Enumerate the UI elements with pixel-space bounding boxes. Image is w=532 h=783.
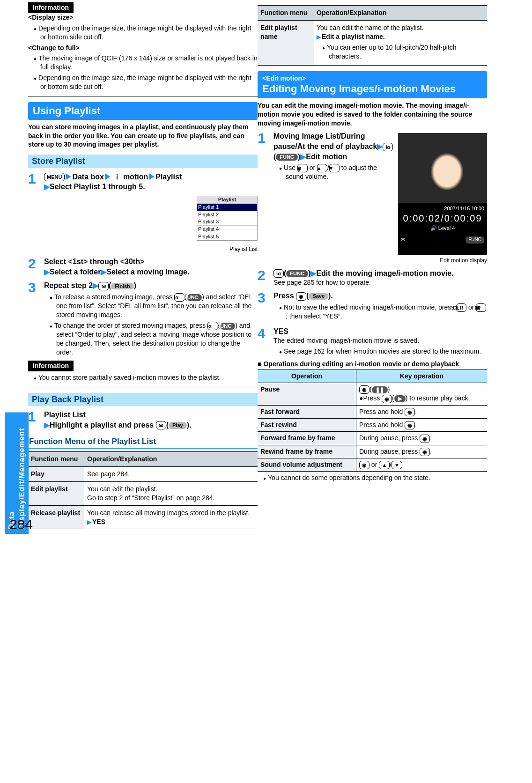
up-key-icon: ▲ <box>379 461 390 469</box>
op-label: Fast forward <box>258 405 356 418</box>
ir-key-icon: iα <box>174 293 185 302</box>
clr-key-icon: CLR <box>456 303 466 312</box>
step-number: 1 <box>28 410 44 430</box>
table-row: Pause ◉(❚❚)●Press ◉(▶) to resume play ba… <box>258 383 487 406</box>
save-button-icon: Save <box>309 293 328 300</box>
information-tag: Information <box>28 361 74 371</box>
step-number: 1 <box>28 172 44 192</box>
menu-key-icon: MENU <box>44 173 65 181</box>
function-menu-table-cont: Function menuOperation/Explanation Edit … <box>258 5 487 66</box>
step-number: 4 <box>258 326 273 358</box>
photo-timer: 0:00:02/0:00:09 <box>401 212 484 225</box>
step-number: 3 <box>258 291 273 323</box>
ir-key-icon: iα <box>273 269 284 278</box>
screenshot-title: Playlist <box>197 196 257 203</box>
table-header: Operation <box>258 370 356 383</box>
center-key-icon: ◉ <box>296 292 306 301</box>
table-row: Release playlist You can release all mov… <box>28 505 258 529</box>
step-text: Press <box>273 292 296 300</box>
edit-title: Editing Moving Images/i-motion Movies <box>262 83 482 95</box>
step-text: Select <1st> through <30th> <box>44 257 258 267</box>
change-to-full-heading: <Change to full> <box>28 44 258 52</box>
store-playlist-heading: Store Playlist <box>28 155 258 168</box>
info-bullet: Depending on the image size, the image m… <box>31 24 258 42</box>
op-label: Rewind frame by frame <box>258 445 356 458</box>
using-playlist-heading: Using Playlist <box>28 102 258 120</box>
mail-key-icon: ✉ <box>98 282 109 290</box>
step-text: Edit the moving image/i-motion movie. <box>316 269 453 277</box>
operations-heading: Operations during editing an i-motion mo… <box>258 360 487 369</box>
step-2: 2 Select <1st> through <30th> ▶Select a … <box>28 257 258 277</box>
left-key-icon: ◉ <box>405 421 415 429</box>
information-tag: Information <box>28 2 74 13</box>
step-text: Edit motion <box>306 153 347 161</box>
left-column: Information <Display size> Depending on … <box>28 2 258 529</box>
list-item: Playlist 2 <box>197 211 257 218</box>
func-button-icon: FUNC <box>187 294 202 301</box>
right-key-icon: ◉ <box>405 408 415 416</box>
step-note: See page 162 for when i-motion movies ar… <box>276 347 487 356</box>
fm-label: Edit playlist name <box>258 20 314 66</box>
op-value: During pause, press ◉. <box>356 445 487 458</box>
fm-note: You can enter up to 10 full-pitch/20 hal… <box>319 43 484 61</box>
info-bullet: Depending on the image size, the image m… <box>31 74 258 91</box>
function-menu-heading: Function Menu of the Playlist List <box>28 436 258 449</box>
table-row: Play See page 284. <box>28 467 258 482</box>
step-number: 3 <box>28 281 44 359</box>
step-text: Highlight a playlist and press <box>50 421 156 429</box>
photo-level: 🔊 Level 4 <box>401 225 484 232</box>
fm-label: Play <box>28 467 84 482</box>
step-text: Select Playlist 1 through 5. <box>50 183 145 191</box>
step-1: 1 MENU▶Data box▶ ｉ motion▶Playlist ▶Sele… <box>28 172 258 192</box>
play-back-playlist-heading: Play Back Playlist <box>28 393 258 406</box>
table-header: Function menu <box>28 452 84 467</box>
down-key-icon: ▼ <box>392 461 402 469</box>
step-text: Select a moving image. <box>106 268 189 276</box>
page-number: 284 <box>9 515 33 534</box>
table-row: Fast forward Press and hold ◉. <box>258 405 487 418</box>
mail-key-icon: ✉ <box>156 421 166 429</box>
edit-intro: You can edit the moving image/i-motion m… <box>258 101 487 128</box>
op-value: During pause, press ◉. <box>356 432 487 445</box>
op-value: ◉(❚❚)●Press ◉(▶) to resume play back. <box>356 383 487 406</box>
fm-value: You can edit the name of the playlist. E… <box>314 20 487 66</box>
step-3: 3 Repeat step 2▶✉(Finish) To release a s… <box>28 281 258 359</box>
play-icon: ▶ <box>394 395 406 402</box>
end-key-icon: ☎ <box>476 303 486 312</box>
finish-button-icon: Finish <box>111 283 133 290</box>
func-button-icon: FUNC <box>466 236 484 244</box>
center-key-icon: ◉ <box>382 395 392 403</box>
fm-label: Edit playlist <box>28 481 84 505</box>
table-header: Key operation <box>356 370 487 383</box>
play-button-icon: Play <box>169 422 187 429</box>
table-row: Edit playlist You can edit the playlist.… <box>28 481 258 505</box>
step-text: motion <box>123 173 148 181</box>
step-3: 3 Press ◉(Save). Not to save the edited … <box>258 291 487 323</box>
step-1: 1 2007/11/15 10:00 0:00:02/0:00:09 🔊 Lev… <box>258 131 487 264</box>
photo-date: 2007/11/15 10:00 <box>401 205 484 212</box>
info-bullet: The moving image of QCIF (176 x 144) siz… <box>31 54 258 72</box>
op-label: Sound volume adjustment <box>258 458 356 471</box>
table-header: Operation/Explanation <box>314 6 487 21</box>
mail-icon: ✉ <box>401 236 405 244</box>
func-button-icon: FUNC <box>276 154 298 161</box>
step-text: Moving Image List/During pause/At the en… <box>273 132 377 150</box>
step-number: 1 <box>258 131 273 264</box>
op-label: Fast rewind <box>258 418 356 431</box>
step-1: 1 Playlist List ▶Highlight a playlist an… <box>28 410 258 430</box>
list-item: Playlist 1 <box>197 203 257 211</box>
right-key-icon: ◉ <box>420 435 430 443</box>
step-note: See page 285 for how to operate. <box>273 278 487 287</box>
table-row: Edit playlist name You can edit the name… <box>258 20 487 66</box>
tail-note: You cannot do some operations depending … <box>260 473 487 482</box>
down-key-icon: ▼ <box>329 164 340 172</box>
list-item: Playlist 3 <box>197 218 257 225</box>
step-text: YES <box>273 326 487 337</box>
list-item: Playlist 5 <box>197 233 257 240</box>
nav-key-icon: ◉ <box>297 164 308 172</box>
step-note: The edited moving image/i-motion movie i… <box>273 336 487 345</box>
op-value: ◉ or ▲/▼ <box>356 458 487 471</box>
step-text: Playlist List <box>44 410 258 420</box>
table-header: Function menu <box>258 6 314 21</box>
op-label: Forward frame by frame <box>258 432 356 445</box>
